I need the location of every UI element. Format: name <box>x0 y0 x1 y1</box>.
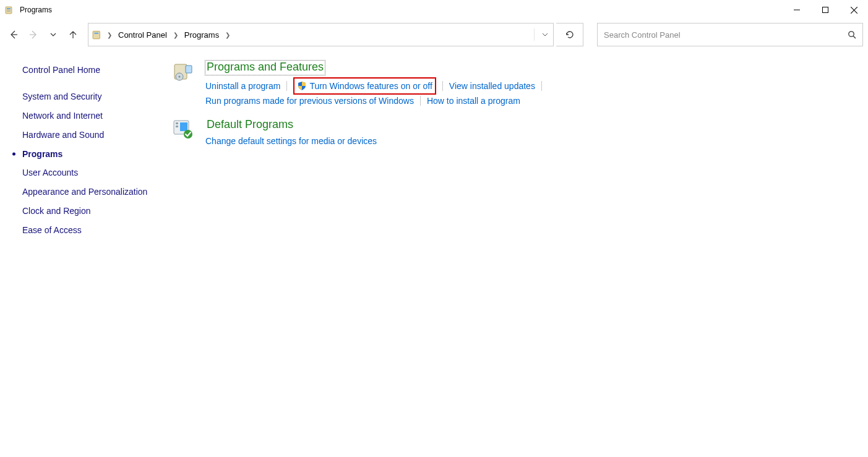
sidebar-item-system-security[interactable]: System and Security <box>22 87 156 106</box>
breadcrumb: ❯ Control Panel ❯ Programs ❯ <box>92 29 231 41</box>
back-button[interactable] <box>5 26 22 43</box>
chevron-right-icon[interactable]: ❯ <box>224 32 231 38</box>
search-input[interactable] <box>604 30 856 40</box>
svg-rect-5 <box>823 7 828 13</box>
search-box[interactable] <box>597 23 863 46</box>
control-panel-icon <box>92 29 103 40</box>
svg-rect-20 <box>176 126 178 127</box>
sidebar-home[interactable]: Control Panel Home <box>22 61 156 80</box>
default-programs-icon <box>172 118 194 140</box>
programs-features-icon <box>172 61 194 83</box>
sidebar-item-user-accounts[interactable]: User Accounts <box>22 163 156 182</box>
chevron-right-icon[interactable]: ❯ <box>172 32 179 38</box>
sidebar-item-hardware-sound[interactable]: Hardware and Sound <box>22 126 156 145</box>
link-view-installed-updates[interactable]: View installed updates <box>449 80 535 92</box>
chevron-right-icon[interactable]: ❯ <box>106 32 113 38</box>
link-run-previous-versions[interactable]: Run programs made for previous versions … <box>205 95 414 107</box>
link-change-default-settings[interactable]: Change default settings for media or dev… <box>205 135 377 147</box>
sidebar-item-network-internet[interactable]: Network and Internet <box>22 106 156 126</box>
link-how-to-install[interactable]: How to install a program <box>427 95 520 107</box>
sidebar-item-appearance-personalization[interactable]: Appearance and Personalization <box>22 182 156 202</box>
svg-rect-19 <box>176 122 178 124</box>
body: Control Panel Home System and Security N… <box>0 49 868 240</box>
svg-rect-10 <box>93 31 100 38</box>
svg-point-12 <box>849 32 854 36</box>
svg-rect-21 <box>180 122 187 131</box>
svg-rect-11 <box>94 33 98 34</box>
separator <box>286 81 287 91</box>
main-content: Programs and Features Uninstall a progra… <box>161 61 868 240</box>
maximize-button[interactable] <box>811 0 840 20</box>
sidebar-item-programs[interactable]: Programs <box>22 145 156 164</box>
minimize-button[interactable] <box>783 0 811 20</box>
separator <box>442 81 443 91</box>
svg-rect-1 <box>7 8 11 9</box>
svg-line-13 <box>853 36 856 38</box>
heading-programs-features[interactable]: Programs and Features <box>205 61 325 75</box>
shield-icon <box>297 81 307 91</box>
heading-default-programs[interactable]: Default Programs <box>205 118 294 132</box>
svg-rect-2 <box>7 10 11 11</box>
link-uninstall-program[interactable]: Uninstall a program <box>205 80 280 92</box>
link-turn-windows-features[interactable]: Turn Windows features on or off <box>309 80 432 92</box>
breadcrumb-programs[interactable]: Programs <box>182 29 221 41</box>
nav-row: ❯ Control Panel ❯ Programs ❯ <box>0 20 868 49</box>
svg-rect-17 <box>186 66 192 73</box>
search-icon[interactable] <box>848 30 856 39</box>
forward-button[interactable] <box>25 26 42 43</box>
section-default-programs: Default Programs Change default settings… <box>172 118 856 147</box>
window-title: Programs <box>20 6 52 14</box>
address-dropdown-icon[interactable] <box>534 28 548 41</box>
section-programs-features: Programs and Features Uninstall a progra… <box>172 61 856 107</box>
title-bar: Programs <box>0 0 868 20</box>
separator <box>541 81 542 91</box>
svg-point-16 <box>179 76 181 78</box>
close-button[interactable] <box>840 0 868 20</box>
sidebar-item-clock-region[interactable]: Clock and Region <box>22 202 156 221</box>
breadcrumb-control-panel[interactable]: Control Panel <box>116 29 170 41</box>
up-button[interactable] <box>64 26 82 43</box>
highlight-turn-features: Turn Windows features on or off <box>293 77 436 95</box>
recent-locations-button[interactable] <box>45 26 62 43</box>
control-panel-icon <box>5 5 15 15</box>
sidebar: Control Panel Home System and Security N… <box>0 61 161 240</box>
window-controls <box>783 0 868 20</box>
separator <box>420 96 421 106</box>
sidebar-item-ease-of-access[interactable]: Ease of Access <box>22 221 156 240</box>
refresh-button[interactable] <box>556 23 583 46</box>
address-bar[interactable]: ❯ Control Panel ❯ Programs ❯ <box>88 23 554 46</box>
svg-rect-3 <box>7 11 11 12</box>
